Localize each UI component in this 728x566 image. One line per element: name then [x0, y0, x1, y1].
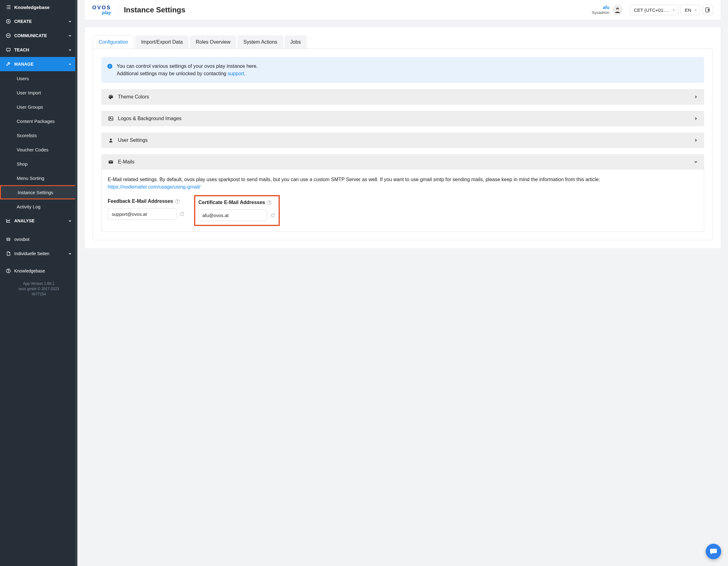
sidebar-item-label: MANAGE [14, 62, 33, 67]
sidebar-sub-shop[interactable]: Shop [0, 157, 77, 171]
sidebar-bottom-knowledgebase[interactable]: Knowledgebase [0, 264, 77, 278]
info-box: i You can control various settings of yo… [101, 57, 704, 83]
chevron-right-icon [694, 95, 698, 99]
image-icon [107, 116, 114, 121]
sidebar-item-create[interactable]: CREATE [0, 14, 77, 28]
feedback-email-group: Feedback E-Mail Addresses ? [108, 197, 185, 222]
gmail-link[interactable]: https://nodemailer.com/usage/using-gmail… [108, 184, 201, 189]
sidebar-bottom-ovosbot[interactable]: ovosbot [0, 232, 77, 246]
envelope-icon [107, 159, 114, 165]
accordion-header-emails[interactable]: E-Mails [101, 154, 704, 170]
svg-line-15 [9, 51, 9, 52]
robot-icon [6, 237, 11, 242]
tab-configuration[interactable]: Configuration [93, 35, 134, 49]
logo: OVOS play [92, 5, 111, 15]
language-select[interactable]: EN ▾ [681, 5, 700, 15]
accordion-header-logos[interactable]: Logos & Background Images [101, 111, 704, 126]
refresh-icon[interactable] [180, 211, 185, 217]
feedback-email-label: Feedback E-Mail Addresses ? [108, 197, 185, 205]
sidebar-sub-scorelists[interactable]: Scorelists [0, 128, 77, 142]
accordion-body-emails: E-Mail related settings. By default, ovo… [101, 170, 704, 232]
sidebar-item-teach[interactable]: TEACH [0, 43, 77, 57]
sidebar-footer: App Version 2.68.1 ovos gmbh © 2017-2023… [0, 278, 77, 302]
accordion-logos: Logos & Background Images [101, 111, 704, 126]
accordion-theme-colors: Theme Colors [101, 89, 704, 105]
tab-import-export[interactable]: Import/Export Data [135, 35, 189, 49]
chevron-right-icon [694, 138, 698, 142]
certificate-email-label: Certificate E-Mail Addresses ? [198, 199, 275, 206]
sidebar: Knowledgebase CREATE COMMUNICATE TEACH [0, 0, 77, 566]
svg-point-20 [8, 272, 8, 272]
sidebar-item-label: ANALYSE [14, 218, 35, 223]
info-icon: i [107, 64, 112, 69]
tab-jobs[interactable]: Jobs [284, 35, 307, 49]
accordion-user-settings: User Settings [101, 132, 704, 148]
chevron-down-icon [68, 252, 72, 255]
sidebar-item-manage[interactable]: MANAGE [0, 57, 77, 71]
plus-circle-icon [6, 19, 11, 24]
sidebar-sub-users[interactable]: Users [0, 71, 77, 85]
svg-point-18 [9, 239, 9, 240]
chevron-right-icon [694, 116, 698, 121]
sidebar-scrollbar[interactable] [75, 0, 77, 566]
sidebar-sub-instance-settings[interactable]: Instance Settings [0, 185, 77, 199]
sidebar-sub-menu-sorting[interactable]: Menu Sorting [0, 171, 77, 185]
avatar[interactable] [613, 5, 622, 15]
chevron-down-icon [68, 19, 72, 23]
logout-button[interactable] [703, 5, 713, 15]
sidebar-sub-user-import[interactable]: User Import [0, 85, 77, 100]
sidebar-bottom-pages[interactable]: Individuelle Seiten [0, 246, 77, 261]
user-name: afu [592, 5, 609, 10]
refresh-icon[interactable] [270, 213, 275, 218]
sidebar-top-knowledgebase[interactable]: Knowledgebase [0, 0, 77, 14]
content-card: Configuration Import/Export Data Roles O… [85, 27, 721, 248]
svg-point-10 [7, 36, 8, 36]
chevron-down-icon: ▾ [673, 8, 675, 12]
accordion-emails: E-Mails E-Mail related settings. By defa… [101, 154, 704, 232]
sidebar-item-communicate[interactable]: COMMUNICATE [0, 28, 77, 43]
user-icon [107, 138, 114, 143]
svg-line-14 [7, 51, 8, 52]
tab-system-actions[interactable]: System Actions [237, 35, 283, 49]
timezone-select[interactable]: CET (UTC+01:… ▾ [630, 5, 678, 15]
wrench-icon [6, 62, 11, 67]
sidebar-sub-activity-log[interactable]: Activity Log [0, 199, 77, 214]
svg-point-28 [110, 139, 112, 140]
chart-icon [6, 218, 11, 223]
support-link[interactable]: support [227, 71, 244, 76]
chevron-down-icon [68, 34, 72, 37]
accordion-header-theme[interactable]: Theme Colors [101, 89, 704, 105]
feedback-email-input[interactable] [108, 208, 176, 220]
chat-widget[interactable] [706, 544, 721, 559]
user-role: Sysadmin [592, 10, 609, 15]
tab-roles-overview[interactable]: Roles Overview [190, 35, 236, 49]
chevron-up-icon [68, 62, 72, 66]
sidebar-sub-user-groups[interactable]: User Groups [0, 100, 77, 114]
sidebar-item-label: CREATE [14, 19, 32, 24]
svg-point-17 [7, 239, 8, 240]
sidebar-sub-content-packages[interactable]: Content Packages [0, 114, 77, 128]
tabs: Configuration Import/Export Data Roles O… [93, 35, 713, 49]
chevron-down-icon [694, 160, 698, 164]
user-block[interactable]: afu Sysadmin [592, 5, 609, 15]
help-icon[interactable]: ? [175, 199, 180, 204]
svg-point-12 [9, 36, 9, 36]
chevron-down-icon: ▾ [695, 8, 697, 12]
accordion-header-user-settings[interactable]: User Settings [101, 132, 704, 148]
svg-point-23 [617, 9, 618, 10]
help-circle-icon [6, 268, 11, 273]
sidebar-sub-voucher-codes[interactable]: Voucher Codes [0, 142, 77, 157]
certificate-email-input[interactable] [198, 209, 267, 221]
certificate-email-group: Certificate E-Mail Addresses ? [194, 195, 280, 226]
speech-icon [6, 33, 11, 38]
chevron-down-icon [68, 48, 72, 52]
sidebar-item-analyse[interactable]: ANALYSE [0, 214, 77, 228]
help-icon[interactable]: ? [267, 200, 271, 205]
list-icon [6, 5, 11, 10]
chevron-down-icon [68, 219, 72, 222]
svg-point-11 [8, 36, 9, 36]
sidebar-top-label: Knowledgebase [14, 5, 50, 10]
tab-body: i You can control various settings of yo… [93, 49, 713, 240]
sidebar-item-label: COMMUNICATE [14, 33, 47, 38]
presentation-icon [6, 47, 11, 52]
